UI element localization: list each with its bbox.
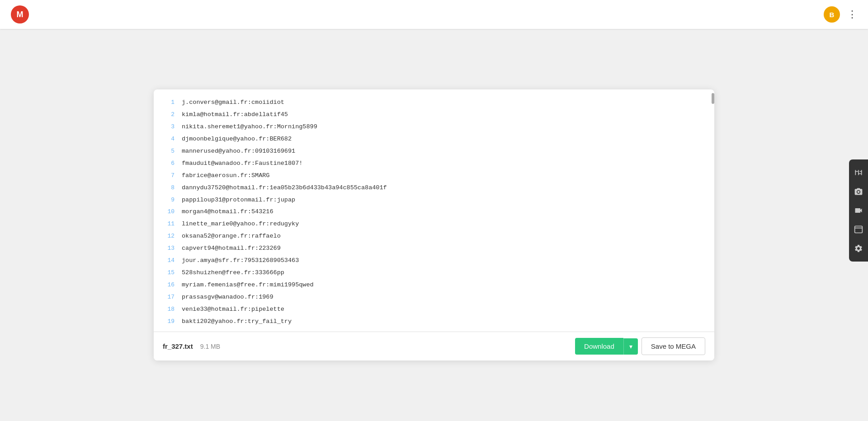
- main-content: 1j.convers@gmail.fr:cmoiidiot2kimla@hotm…: [0, 29, 868, 421]
- line-content: kimla@hotmail.fr:abdellatif45: [182, 110, 288, 120]
- table-row: 10morgan4@hotmail.fr:543216: [154, 206, 714, 218]
- sliders-tool-button[interactable]: [849, 163, 868, 182]
- line-number: 1: [161, 98, 175, 108]
- browser-icon: [854, 225, 863, 234]
- browser-tool-button[interactable]: [849, 220, 868, 239]
- table-row: 2kimla@hotmail.fr:abdellatif45: [154, 109, 714, 121]
- line-number: 16: [161, 280, 175, 290]
- line-content: 528shuizhen@free.fr:333666pp: [182, 268, 284, 278]
- action-buttons: Download ▾ Save to MEGA: [575, 337, 705, 355]
- download-button[interactable]: Download: [575, 338, 623, 355]
- svg-rect-1: [855, 171, 859, 172]
- line-content: venie33@hotmail.fr:pipelette: [182, 304, 284, 315]
- table-row: 1j.convers@gmail.fr:cmoiidiot: [154, 97, 714, 109]
- line-content: djmoonbelgique@yahoo.fr:BER682: [182, 134, 292, 145]
- line-number: 5: [161, 146, 175, 156]
- table-row: 17prassasgv@wanadoo.fr:1969: [154, 291, 714, 304]
- right-tool-panel: [849, 159, 868, 262]
- table-row: 19bakti202@yahoo.fr:try_fail_try: [154, 316, 714, 328]
- line-number: 4: [161, 134, 175, 144]
- more-options-button[interactable]: ⋮: [847, 9, 857, 20]
- table-row: 5mannerused@yahoo.fr:09103169691: [154, 145, 714, 158]
- line-content: j.convers@gmail.fr:cmoiidiot: [182, 98, 284, 108]
- line-number: 15: [161, 268, 175, 278]
- table-row: 16myriam.femenias@free.fr:mimi1995qwed: [154, 279, 714, 291]
- line-number: 14: [161, 256, 175, 266]
- line-content: nikita.sheremet1@yahoo.fr:Morning5899: [182, 122, 317, 132]
- svg-rect-3: [858, 173, 861, 174]
- line-number: 3: [161, 122, 175, 132]
- file-content[interactable]: 1j.convers@gmail.fr:cmoiidiot2kimla@hotm…: [154, 89, 714, 332]
- file-viewer: 1j.convers@gmail.fr:cmoiidiot2kimla@hotm…: [154, 89, 714, 360]
- table-row: 4djmoonbelgique@yahoo.fr:BER682: [154, 133, 714, 145]
- line-number: 13: [161, 243, 175, 253]
- line-number: 6: [161, 159, 175, 168]
- line-number: 17: [161, 292, 175, 302]
- line-number: 10: [161, 207, 175, 217]
- table-row: 11linette_marie0@yahoo.fr:redugyky: [154, 218, 714, 230]
- file-size: 9.1 MB: [200, 343, 220, 350]
- scroll-indicator: [712, 93, 714, 104]
- settings-icon: [854, 244, 863, 253]
- line-number: 2: [161, 110, 175, 120]
- topbar-left: M: [11, 5, 29, 23]
- user-avatar[interactable]: B: [824, 6, 840, 23]
- svg-rect-5: [860, 171, 862, 172]
- line-number: 11: [161, 219, 175, 229]
- line-content: myriam.femenias@free.fr:mimi1995qwed: [182, 280, 314, 290]
- line-content: jour.amya@sfr.fr:795312689053463: [182, 256, 299, 266]
- table-row: 13capvert94@hotmail.fr:223269: [154, 243, 714, 255]
- table-row: 7fabrice@aerosun.fr:SMARG: [154, 170, 714, 182]
- line-number: 18: [161, 304, 175, 314]
- table-row: 14jour.amya@sfr.fr:795312689053463: [154, 255, 714, 267]
- line-content: dannydu37520@hotmail.fr:1ea05b23b6d433b4…: [182, 183, 387, 193]
- line-content: oksana52@orange.fr:raffaelo: [182, 231, 281, 242]
- mega-logo[interactable]: M: [11, 5, 29, 23]
- download-dropdown-button[interactable]: ▾: [623, 338, 638, 355]
- table-row: 9pappiloup31@protonmail.fr:jupap: [154, 194, 714, 206]
- table-row: 8dannydu37520@hotmail.fr:1ea05b23b6d433b…: [154, 182, 714, 194]
- line-number: 9: [161, 195, 175, 205]
- chevron-down-icon: ▾: [629, 343, 632, 350]
- svg-rect-4: [861, 170, 862, 175]
- table-row: 18venie33@hotmail.fr:pipelette: [154, 304, 714, 316]
- camera-icon: [854, 187, 863, 196]
- lines-container: 1j.convers@gmail.fr:cmoiidiot2kimla@hotm…: [154, 97, 714, 328]
- line-number: 19: [161, 317, 175, 327]
- line-content: fabrice@aerosun.fr:SMARG: [182, 171, 269, 181]
- save-to-mega-button[interactable]: Save to MEGA: [642, 337, 705, 355]
- line-content: morgan4@hotmail.fr:543216: [182, 207, 274, 217]
- sliders-icon: [854, 168, 863, 177]
- table-row: 3nikita.sheremet1@yahoo.fr:Morning5899: [154, 121, 714, 133]
- line-number: 8: [161, 183, 175, 193]
- line-content: fmauduit@wanadoo.fr:Faustine1807!: [182, 159, 302, 169]
- line-content: prassasgv@wanadoo.fr:1969: [182, 292, 274, 303]
- table-row: 15528shuizhen@free.fr:333666pp: [154, 267, 714, 279]
- video-icon: [854, 206, 863, 215]
- svg-rect-6: [855, 226, 863, 233]
- camera-tool-button[interactable]: [849, 182, 868, 201]
- table-row: 12oksana52@orange.fr:raffaelo: [154, 230, 714, 243]
- file-info: fr_327.txt 9.1 MB: [163, 342, 220, 350]
- topbar: M B ⋮: [0, 0, 868, 29]
- svg-rect-0: [855, 170, 856, 175]
- bottom-bar: fr_327.txt 9.1 MB Download ▾ Save to MEG…: [154, 332, 714, 360]
- line-content: capvert94@hotmail.fr:223269: [182, 243, 281, 254]
- line-content: linette_marie0@yahoo.fr:redugyky: [182, 219, 299, 229]
- topbar-right: B ⋮: [824, 6, 857, 23]
- settings-tool-button[interactable]: [849, 239, 868, 258]
- line-content: bakti202@yahoo.fr:try_fail_try: [182, 317, 292, 327]
- file-name: fr_327.txt: [163, 342, 193, 350]
- video-tool-button[interactable]: [849, 201, 868, 220]
- line-number: 7: [161, 171, 175, 181]
- table-row: 6fmauduit@wanadoo.fr:Faustine1807!: [154, 158, 714, 170]
- line-content: mannerused@yahoo.fr:09103169691: [182, 146, 295, 157]
- line-number: 12: [161, 231, 175, 241]
- svg-rect-2: [858, 170, 859, 175]
- line-content: pappiloup31@protonmail.fr:jupap: [182, 195, 295, 206]
